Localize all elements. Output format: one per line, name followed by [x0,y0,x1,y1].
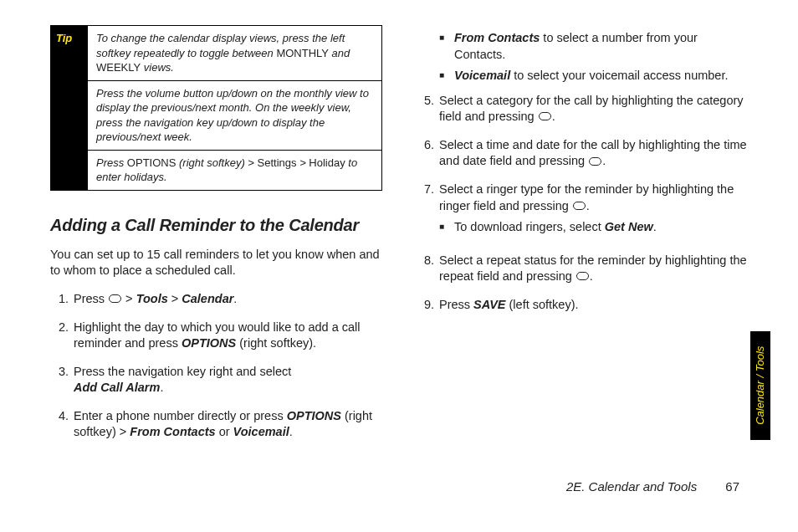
tip-label: Tip [51,26,88,190]
steps-list-left: 1. Press > Tools > Calendar. 2. Highligh… [50,291,382,441]
step-7: 7. Select a ringer type for the reminder… [416,182,748,241]
ok-key-icon [573,202,586,210]
side-tab: Calendar / Tools [750,331,770,440]
step-9: 9. Press SAVE (left softkey). [416,297,748,314]
tip-row-1: To change the calendar display views, pr… [88,26,381,80]
tip-row-2: Press the volume button up/down on the m… [88,80,381,150]
step-3: 3. Press the navigation key right and se… [50,364,382,396]
section-intro: You can set up to 15 call reminders to l… [50,247,382,279]
step-7a: ■ To download ringers, select Get New. [439,219,748,236]
step-4: 4. Enter a phone number directly or pres… [50,408,382,441]
section-heading: Adding a Call Reminder to the Calendar [50,214,382,237]
step-8: 8. Select a repeat status for the remind… [416,253,748,285]
step-4a: ■ From Contacts to select a number from … [439,30,748,63]
step-6: 6. Select a time and date for the call b… [416,137,748,170]
step-1: 1. Press > Tools > Calendar. [50,291,382,308]
step-4b: ■ Voicemail to select your voicemail acc… [439,68,748,84]
ok-key-icon [589,157,601,166]
manual-page: Tip To change the calendar display views… [0,0,798,532]
page-footer: 2E. Calendar and Tools 67 [566,478,739,495]
side-tab-label: Calendar / Tools [753,346,768,425]
ok-key-icon [539,112,551,120]
step-5: 5. Select a category for the call by hig… [416,93,748,125]
tip-box: Tip To change the calendar display views… [50,25,382,191]
tip-row-3: Press OPTIONS (right softkey) > Settings… [88,150,381,190]
footer-section: 2E. Calendar and Tools [566,479,697,494]
right-column: ■ From Contacts to select a number from … [416,25,748,490]
step-4-sublist: ■ From Contacts to select a number from … [439,30,748,84]
step-2: 2. Highlight the day to which you would … [50,320,382,352]
page-number: 67 [725,479,739,494]
menu-key-icon [109,294,121,303]
left-column: Tip To change the calendar display views… [50,25,382,490]
ok-key-icon [576,272,589,280]
steps-list-right: 5. Select a category for the call by hig… [416,93,748,314]
